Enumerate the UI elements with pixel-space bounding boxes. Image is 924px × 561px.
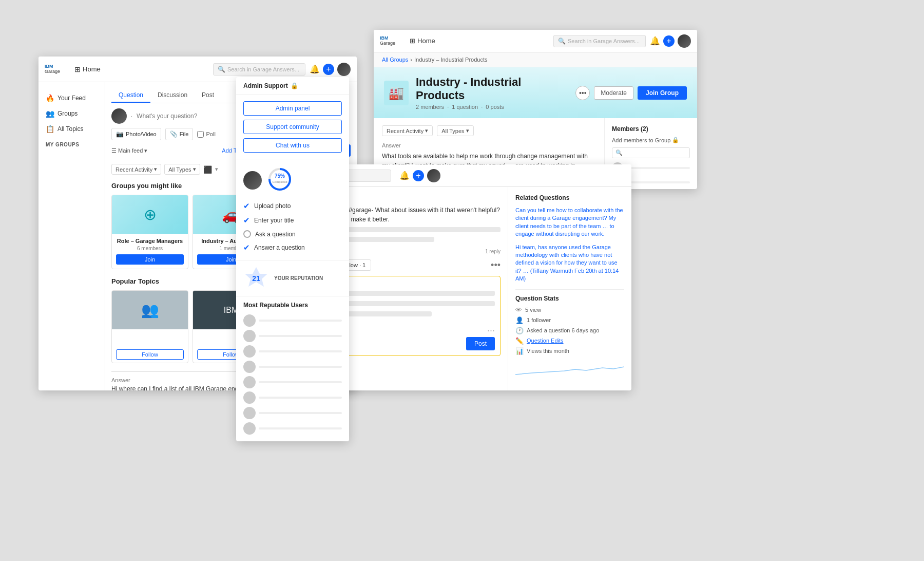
bell-icon-w2[interactable]: 🔔	[650, 36, 660, 46]
rep-user-8	[243, 421, 342, 436]
completion-item-0: ✔ Upload photo	[243, 199, 342, 213]
main-feed-dropdown[interactable]: ☰ Main feed ▾	[111, 147, 147, 154]
follow-topic-btn-0[interactable]: Follow	[116, 349, 184, 360]
group-icon-box: 🏭	[384, 81, 409, 105]
rep-avatar-5	[243, 376, 256, 388]
sidebar-item-topics[interactable]: 📋 All Topics	[38, 121, 105, 137]
completion-label-1: Enter your title	[254, 217, 294, 224]
stats-title: Question Stats	[515, 289, 624, 302]
search-bar-w2[interactable]: 🔍 Search in Garage Answers...	[553, 35, 646, 47]
group-card-0: ⊕ Role – Garage Managers 6 members Join	[111, 195, 188, 269]
admin-title: Admin Support	[243, 82, 288, 89]
file-btn[interactable]: 📎 File	[165, 128, 194, 140]
avatar-w3[interactable]	[427, 169, 440, 182]
all-types-btn[interactable]: All Types ▾	[164, 164, 200, 175]
rep-name-8	[259, 427, 342, 429]
progress-indicator: 75% Completed	[267, 166, 293, 194]
stat-edits: ✏️ Question Edits	[515, 337, 624, 345]
bell-icon-w3[interactable]: 🔔	[399, 171, 410, 180]
related-q-item-0[interactable]: Can you tell me how to collaborate with …	[515, 207, 624, 238]
members-count: 2 members	[416, 104, 444, 110]
rep-name-1	[259, 320, 342, 322]
all-topics-label: All Topics	[57, 125, 83, 133]
join-btn-0[interactable]: Join	[116, 254, 184, 265]
all-types-filter[interactable]: All Types ▾	[437, 125, 473, 136]
breadcrumb-all-groups[interactable]: All Groups	[382, 57, 408, 63]
completion-label-0: Upload photo	[254, 202, 291, 210]
sidebar-item-groups[interactable]: 👥 Groups	[38, 106, 105, 121]
breadcrumb-current: Industry – Industrial Products	[414, 57, 487, 63]
plus-btn-w2[interactable]: +	[663, 35, 675, 47]
bell-icon[interactable]: 🔔	[310, 64, 320, 74]
home-nav-w2[interactable]: ⊞ Home	[410, 37, 435, 45]
recent-activity-btn[interactable]: Recent Activity ▾	[111, 164, 161, 175]
most-reputable-section: Most Reputable Users	[236, 296, 349, 441]
edits-link[interactable]: Question Edits	[527, 338, 564, 344]
plus-btn-w3[interactable]: +	[413, 170, 424, 181]
members-search[interactable]: 🔍	[612, 147, 690, 158]
plus-button[interactable]: +	[323, 64, 334, 75]
photo-video-btn[interactable]: 📷 Photo/Video	[111, 128, 161, 140]
lock-icon-members: 🔒	[672, 137, 679, 143]
support-community-btn[interactable]: Support community	[243, 120, 342, 134]
related-q-item-1[interactable]: Hi team, has anyone used the Garage meth…	[515, 244, 624, 283]
completion-item-3: ✔ Answer a question	[243, 240, 342, 255]
user-avatar-w1[interactable]	[337, 63, 351, 76]
home-label-w2: Home	[417, 37, 435, 45]
rss-icon[interactable]: ⬛	[203, 165, 212, 174]
search-icon-w2: 🔍	[558, 38, 566, 45]
recent-activity-filter[interactable]: Recent Activity ▾	[382, 125, 433, 136]
rep-label: YOUR REPUTATION	[274, 275, 323, 281]
join-group-btn[interactable]: Join Group	[638, 86, 687, 100]
search-bar-w1[interactable]: 🔍 Search in Garage Answers...	[213, 63, 305, 76]
rss-dropdown[interactable]: ▾	[215, 166, 218, 173]
tab-question[interactable]: Question	[111, 88, 150, 103]
admin-panel-btn[interactable]: Admin panel	[243, 101, 342, 116]
tab-discussion[interactable]: Discussion	[150, 88, 195, 103]
home-nav[interactable]: ⊞ Home	[74, 65, 101, 73]
more-options-btn[interactable]: •••	[575, 86, 590, 100]
compose-avatar	[111, 108, 127, 124]
rep-number-container: 21	[243, 265, 269, 292]
chevron-down-icon-2: ▾	[193, 166, 196, 173]
feed-label: Your Feed	[57, 95, 86, 102]
pct-text: 75%	[275, 173, 285, 179]
topic-body-0: Follow	[112, 329, 188, 363]
post-btn[interactable]: Post	[466, 337, 495, 350]
stat-views-month: 📊 Views this month	[515, 347, 624, 355]
chevron-down-icon: ▾	[154, 166, 157, 173]
member-name-1	[626, 167, 690, 169]
file-icon: 📎	[170, 130, 178, 138]
ibm-logo: IBM Garage	[45, 64, 67, 74]
moderate-btn[interactable]: Moderate	[594, 86, 633, 100]
tab-post[interactable]: Post	[195, 88, 221, 103]
groups-icon: 👥	[46, 109, 54, 118]
completion-items: ✔ Upload photo ✔ Enter your title Ask a …	[236, 194, 349, 260]
dots-menu-btn[interactable]: •••	[491, 260, 500, 271]
avatar-w2[interactable]	[678, 34, 691, 48]
group-card-name-0: Role – Garage Managers	[116, 238, 184, 244]
sidebar-item-feed[interactable]: 🔥 Your Feed	[38, 90, 105, 106]
posts-count: 0 posts	[486, 104, 504, 110]
chat-btn[interactable]: Chat with us	[243, 138, 342, 153]
search-placeholder-w1: Search in Garage Answers...	[227, 66, 299, 72]
completion-label-2: Ask a question	[255, 231, 296, 238]
breadcrumb-w2: All Groups › Industry – Industrial Produ…	[374, 52, 697, 67]
topic-name-0	[116, 332, 184, 347]
rep-user-6	[243, 390, 342, 405]
check-done-icon-3: ✔	[243, 243, 250, 252]
rep-name-5	[259, 381, 342, 383]
completion-label-3: Answer a question	[254, 244, 305, 251]
stat-follower: 👤 1 follower	[515, 316, 624, 324]
filter-bar-w2: Recent Activity ▾ All Types ▾	[382, 125, 596, 136]
group-meta: 2 members · 1 question · 0 posts	[416, 104, 568, 110]
profile-avatar	[243, 171, 262, 190]
poll-checkbox[interactable]: Poll	[197, 131, 215, 138]
rep-user-3	[243, 344, 342, 359]
group-header: 🏭 Industry - Industrial Products 2 membe…	[374, 67, 697, 118]
topic-img-icon-0: 👥	[141, 302, 159, 319]
rep-name-3	[259, 350, 342, 352]
window3-sidebar: Related Questions Can you tell me how to…	[508, 187, 631, 390]
topic-img-0: 👥	[112, 291, 188, 329]
most-rep-title: Most Reputable Users	[243, 302, 342, 309]
